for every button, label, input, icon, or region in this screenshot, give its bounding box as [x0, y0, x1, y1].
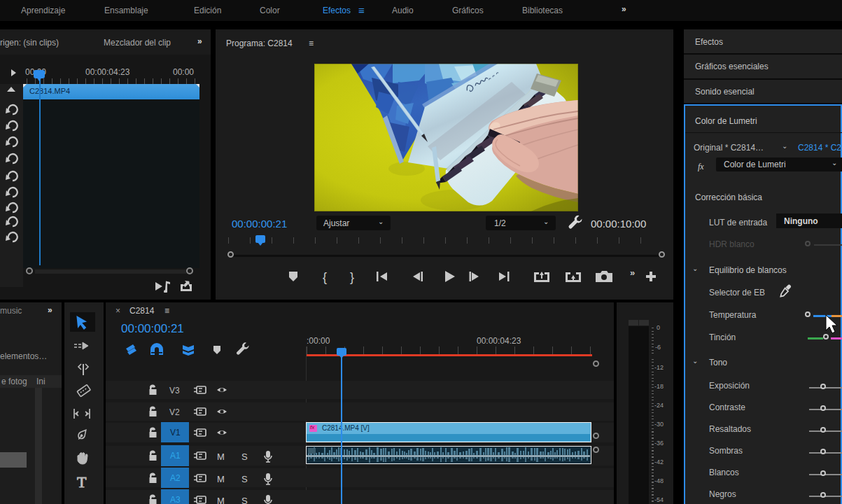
svg-text:}: } — [350, 270, 354, 284]
svg-text:M: M — [217, 474, 225, 484]
svg-text:S: S — [241, 496, 248, 504]
svg-text:S: S — [241, 451, 248, 462]
svg-text:M: M — [217, 496, 225, 504]
svg-text:T: T — [77, 473, 87, 491]
svg-text:»: » — [630, 267, 635, 278]
svg-text:S: S — [241, 474, 248, 484]
svg-text:M: M — [217, 451, 225, 462]
svg-text:{: { — [323, 270, 327, 284]
